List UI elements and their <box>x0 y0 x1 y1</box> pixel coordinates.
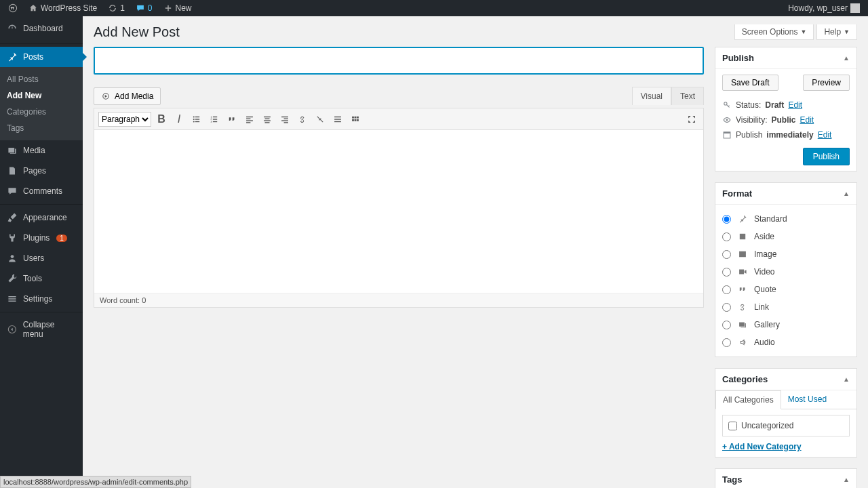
format-radio[interactable] <box>722 321 731 329</box>
tab-visual[interactable]: Visual <box>632 87 671 105</box>
sidebar-item-dashboard[interactable]: Dashboard <box>0 16 83 41</box>
format-radio[interactable] <box>722 232 731 241</box>
publish-date-row: Publish immediately Edit <box>722 127 850 142</box>
format-select[interactable]: Paragraph <box>98 112 151 127</box>
comments-icon <box>7 186 18 197</box>
save-draft-button[interactable]: Save Draft <box>722 75 778 91</box>
svg-text:3: 3 <box>210 120 212 123</box>
align-left-icon <box>245 115 254 124</box>
publish-heading[interactable]: Publish▲ <box>715 47 856 69</box>
tags-heading[interactable]: Tags▲ <box>715 469 856 488</box>
publish-button[interactable]: Publish <box>803 148 850 165</box>
sidebar-item-comments[interactable]: Comments <box>0 181 83 201</box>
align-center-button[interactable] <box>260 112 275 127</box>
svg-rect-23 <box>265 122 270 123</box>
format-option-gallery[interactable]: Gallery <box>722 316 850 333</box>
format-option-image[interactable]: Image <box>722 245 850 263</box>
bold-button[interactable]: B <box>154 112 169 127</box>
format-option-video[interactable]: Video <box>722 263 850 281</box>
link-button[interactable] <box>295 112 310 127</box>
edit-status[interactable]: Edit <box>788 100 802 110</box>
add-category-link[interactable]: + Add New Category <box>722 442 802 451</box>
format-label: Audio <box>754 338 775 347</box>
format-option-audio[interactable]: Audio <box>722 333 850 351</box>
admin-sidebar: Dashboard Posts All Posts Add New Catego… <box>0 16 83 488</box>
format-heading[interactable]: Format▲ <box>715 183 856 205</box>
readmore-button[interactable] <box>330 112 345 127</box>
chevron-down-icon: ▼ <box>844 28 850 35</box>
edit-publish-date[interactable]: Edit <box>818 130 832 140</box>
align-center-icon <box>262 115 272 124</box>
format-option-link[interactable]: Link <box>722 298 850 316</box>
blockquote-button[interactable] <box>224 112 239 127</box>
format-label: Aside <box>754 232 774 241</box>
tab-all-categories[interactable]: All Categories <box>715 390 781 409</box>
format-radio[interactable] <box>722 338 731 347</box>
sidebar-item-pages[interactable]: Pages <box>0 161 83 181</box>
svg-point-8 <box>193 121 195 122</box>
format-radio[interactable] <box>722 250 731 259</box>
tab-most-used[interactable]: Most Used <box>781 390 833 409</box>
post-title-input[interactable] <box>94 47 704 75</box>
editor-textarea[interactable] <box>94 130 703 293</box>
new-content[interactable]: New <box>159 0 196 16</box>
updates-link[interactable]: 1 <box>104 0 129 16</box>
wp-logo[interactable] <box>4 0 22 16</box>
svg-rect-17 <box>246 118 250 119</box>
sidebar-item-appearance[interactable]: Appearance <box>0 207 83 228</box>
sidebar-item-plugins[interactable]: Plugins1 <box>0 228 83 248</box>
format-radio[interactable] <box>722 268 731 277</box>
site-name: WordPress Site <box>41 3 97 13</box>
submenu-tags[interactable]: Tags <box>0 120 83 136</box>
sidebar-item-users[interactable]: Users <box>0 248 83 268</box>
svg-rect-28 <box>334 116 341 117</box>
format-option-aside[interactable]: Aside <box>722 228 850 245</box>
calendar-icon <box>722 130 732 140</box>
wrench-icon <box>7 273 18 284</box>
align-left-button[interactable] <box>242 112 257 127</box>
sidebar-item-posts[interactable]: Posts <box>0 47 83 67</box>
submenu-categories[interactable]: Categories <box>0 104 83 120</box>
format-option-quote[interactable]: Quote <box>722 281 850 298</box>
preview-button[interactable]: Preview <box>803 75 850 91</box>
edit-visibility[interactable]: Edit <box>800 115 814 125</box>
editor: Paragraph B I 123 Word <box>94 108 704 308</box>
add-media-button[interactable]: Add Media <box>94 87 161 105</box>
svg-rect-7 <box>195 119 199 119</box>
italic-button[interactable]: I <box>172 112 186 127</box>
site-link[interactable]: WordPress Site <box>24 0 101 16</box>
collapse-menu[interactable]: Collapse menu <box>0 315 83 344</box>
screen-options-toggle[interactable]: Screen Options▼ <box>734 24 814 40</box>
categories-heading[interactable]: Categories▲ <box>715 369 856 390</box>
sidebar-item-settings[interactable]: Settings <box>0 289 83 309</box>
format-radio[interactable] <box>722 215 731 224</box>
sidebar-item-tools[interactable]: Tools <box>0 268 83 289</box>
number-list-button[interactable]: 123 <box>207 112 222 127</box>
user-icon <box>7 253 18 264</box>
bullet-list-button[interactable] <box>189 112 204 127</box>
user-menu[interactable]: Howdy, wp_user <box>784 0 864 16</box>
comments-link[interactable]: 0 <box>132 0 157 16</box>
category-checkbox[interactable] <box>728 422 737 430</box>
submenu-add-new[interactable]: Add New <box>0 87 83 104</box>
tab-text[interactable]: Text <box>671 87 704 105</box>
category-uncategorized[interactable]: Uncategorized <box>728 421 844 430</box>
format-option-standard[interactable]: Standard <box>722 210 850 228</box>
fullscreen-button[interactable] <box>684 112 699 127</box>
svg-rect-33 <box>357 116 359 118</box>
submenu-all-posts[interactable]: All Posts <box>0 71 83 87</box>
svg-rect-36 <box>357 119 359 121</box>
sidebar-item-label: Dashboard <box>23 24 63 33</box>
toolbar-toggle-button[interactable] <box>348 112 363 127</box>
sidebar-item-media[interactable]: Media <box>0 140 83 161</box>
wordpress-icon <box>8 3 18 13</box>
format-radio[interactable] <box>722 285 731 294</box>
align-right-button[interactable] <box>277 112 292 127</box>
unlink-button[interactable] <box>313 112 328 127</box>
svg-rect-31 <box>352 116 354 118</box>
visibility-row: Visibility: Public Edit <box>722 113 850 127</box>
pin-icon <box>7 52 18 62</box>
format-label: Video <box>754 267 774 277</box>
format-radio[interactable] <box>722 303 731 312</box>
help-toggle[interactable]: Help▼ <box>816 24 857 40</box>
